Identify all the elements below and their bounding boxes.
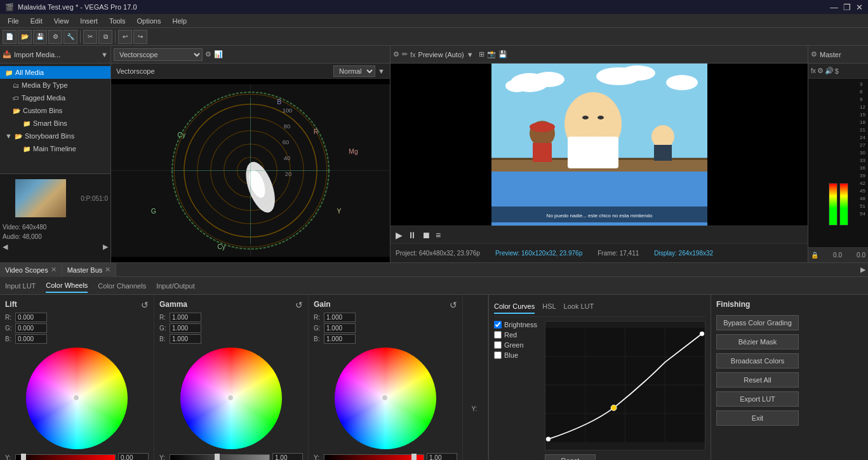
reset-all-btn[interactable]: Reset All xyxy=(716,372,799,388)
preview-next-btn[interactable]: ▶ xyxy=(103,243,108,251)
red-checkbox[interactable] xyxy=(494,331,502,339)
master-settings-icon[interactable]: ⚙ xyxy=(811,50,817,58)
lift-y-input[interactable] xyxy=(118,453,149,460)
master-fx3-icon[interactable]: $ xyxy=(835,67,839,75)
gamma-y-slider[interactable] xyxy=(170,454,270,461)
preview-snap-icon[interactable]: 📸 xyxy=(487,50,496,58)
menu-options[interactable]: Options xyxy=(132,16,166,26)
lift-reset-btn[interactable]: ↺ xyxy=(141,300,149,310)
menu-view[interactable]: View xyxy=(49,16,74,26)
scope-settings-icon[interactable]: ⚙ xyxy=(205,50,211,58)
toolbar-save[interactable]: 💾 xyxy=(33,30,47,44)
panel-arrow-right[interactable]: ▶ xyxy=(860,266,865,274)
gain-y-input[interactable] xyxy=(427,453,457,460)
tree-main-timeline[interactable]: 📁 Main Timeline xyxy=(0,142,110,155)
svg-point-43 xyxy=(530,122,555,132)
tab-video-scopes[interactable]: Video Scopes ✕ xyxy=(0,263,62,277)
bezier-mask-btn[interactable]: Bézier Mask xyxy=(716,334,799,349)
gain-g-input[interactable] xyxy=(324,323,356,333)
scope-info-icon[interactable]: 📊 xyxy=(214,50,223,58)
stop-btn[interactable]: ⏹ xyxy=(422,230,431,240)
preview-mode-dropdown[interactable]: ▼ xyxy=(467,51,474,58)
exit-btn[interactable]: Exit xyxy=(716,410,799,426)
gain-color-wheel[interactable] xyxy=(335,348,436,449)
menubar: File Edit View Insert Tools Options Help xyxy=(0,14,868,28)
tab-input-output[interactable]: Input/Output xyxy=(156,280,195,292)
curves-canvas[interactable] xyxy=(545,321,705,450)
export-lut-btn[interactable]: Export LUT xyxy=(716,391,799,407)
svg-text:Cy: Cy xyxy=(178,132,187,139)
preview-prev-btn[interactable]: ◀ xyxy=(3,243,8,251)
menu-file[interactable]: File xyxy=(3,16,24,26)
master-fx2-icon[interactable]: 🔊 xyxy=(825,67,834,75)
master-fx-chain-icon[interactable]: ⚙ xyxy=(817,67,824,75)
preview-grid-icon[interactable]: ⊞ xyxy=(479,50,484,58)
lift-b-input[interactable] xyxy=(15,334,47,344)
preview-save-icon[interactable]: 💾 xyxy=(498,50,507,58)
import-dropdown[interactable]: ▼ xyxy=(101,51,108,58)
toolbar-render[interactable]: ⚙ xyxy=(48,30,62,44)
lift-color-wheel[interactable] xyxy=(26,348,128,449)
lift-y-slider[interactable] xyxy=(15,454,116,461)
bypass-color-grading-btn[interactable]: Bypass Color Grading xyxy=(716,315,799,330)
tab-master-bus[interactable]: Master Bus ✕ xyxy=(62,263,117,277)
broadcast-colors-btn[interactable]: Broadcast Colors xyxy=(716,353,799,369)
gamma-b-input[interactable] xyxy=(170,334,201,344)
tab-look-lut[interactable]: Look LUT xyxy=(564,300,594,314)
scope-dropdown-icon[interactable]: ▼ xyxy=(378,67,385,75)
master-lock-icon[interactable]: 🔒 xyxy=(811,252,818,259)
gamma-reset-btn[interactable]: ↺ xyxy=(295,300,303,310)
minimize-btn[interactable]: — xyxy=(830,3,838,12)
tree-media-by-type[interactable]: 🗂 Media By Type xyxy=(0,79,110,91)
toolbar-undo[interactable]: ↩ xyxy=(118,30,132,44)
playlist-btn[interactable]: ≡ xyxy=(436,230,441,240)
close-btn[interactable]: ✕ xyxy=(856,3,863,12)
menu-tools[interactable]: Tools xyxy=(104,16,131,26)
toolbar-copy[interactable]: ⧉ xyxy=(98,30,112,44)
green-checkbox[interactable] xyxy=(494,341,502,349)
tree-tagged-media[interactable]: 🏷 Tagged Media xyxy=(0,91,110,104)
gain-b-input[interactable] xyxy=(324,334,356,344)
pause-btn[interactable]: ⏸ xyxy=(408,230,417,240)
tab-color-wheels[interactable]: Color Wheels xyxy=(46,279,88,293)
scope-type-select[interactable]: Vectorscope xyxy=(114,48,203,61)
preview-mode-select-label[interactable]: Preview (Auto) xyxy=(418,51,464,58)
tab-input-lut[interactable]: Input LUT xyxy=(5,280,36,292)
preview-settings-icon[interactable]: ⚙ xyxy=(393,50,399,58)
menu-insert[interactable]: Insert xyxy=(75,16,103,26)
brightness-checkbox[interactable] xyxy=(494,321,502,328)
gamma-g-input[interactable] xyxy=(170,323,201,333)
toolbar-cut[interactable]: ✂ xyxy=(83,30,97,44)
blue-checkbox[interactable] xyxy=(494,351,502,359)
tab-hsl[interactable]: HSL xyxy=(542,300,556,314)
import-label[interactable]: Import Media... xyxy=(14,51,60,58)
tree-custom-bins[interactable]: 📂 Custom Bins xyxy=(0,104,110,117)
preview-edit-icon[interactable]: ✏ xyxy=(402,50,408,58)
gamma-r-input[interactable] xyxy=(170,313,201,322)
menu-edit[interactable]: Edit xyxy=(25,16,48,26)
tree-smart-bins[interactable]: 📁 Smart Bins xyxy=(0,117,110,130)
menu-help[interactable]: Help xyxy=(167,16,192,26)
gain-reset-btn[interactable]: ↺ xyxy=(450,300,457,310)
tab-color-curves[interactable]: Color Curves xyxy=(494,300,535,314)
toolbar-new[interactable]: 📄 xyxy=(3,30,17,44)
gamma-color-wheel[interactable] xyxy=(180,348,282,449)
preview-fx-icon[interactable]: fx xyxy=(410,51,416,58)
tab-color-channels[interactable]: Color Channels xyxy=(98,280,146,292)
tree-storyboard-bins[interactable]: ▼ 📂 Storyboard Bins xyxy=(0,130,110,142)
play-btn[interactable]: ▶ xyxy=(396,230,403,240)
gain-y-slider[interactable] xyxy=(324,454,424,461)
gain-r-input[interactable] xyxy=(324,313,356,322)
gamma-y-input[interactable] xyxy=(272,453,303,460)
lift-g-input[interactable] xyxy=(15,323,47,333)
master-bus-close[interactable]: ✕ xyxy=(105,266,110,274)
tree-all-media[interactable]: 📁 All Media xyxy=(0,66,110,79)
toolbar-redo[interactable]: ↪ xyxy=(133,30,147,44)
maximize-btn[interactable]: ❐ xyxy=(843,3,851,12)
reset-curves-btn[interactable]: Reset xyxy=(545,454,596,460)
video-scopes-close[interactable]: ✕ xyxy=(51,266,57,274)
toolbar-open[interactable]: 📂 xyxy=(18,30,32,44)
scope-normal-select[interactable]: Normal xyxy=(333,65,375,77)
lift-r-input[interactable] xyxy=(15,313,47,322)
toolbar-properties[interactable]: 🔧 xyxy=(63,30,77,44)
